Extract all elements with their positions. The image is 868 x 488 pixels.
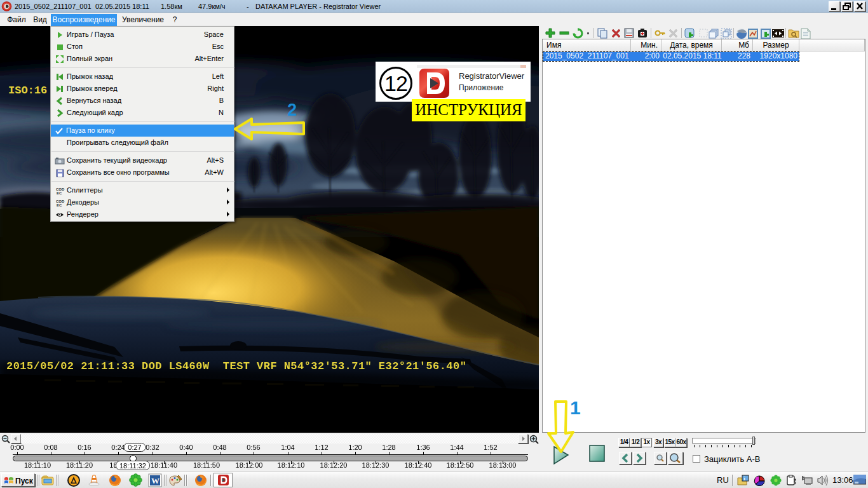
svg-text:EC: EC <box>57 203 62 207</box>
svg-text:W: W <box>151 476 159 485</box>
svg-text:EC: EC <box>57 191 62 195</box>
